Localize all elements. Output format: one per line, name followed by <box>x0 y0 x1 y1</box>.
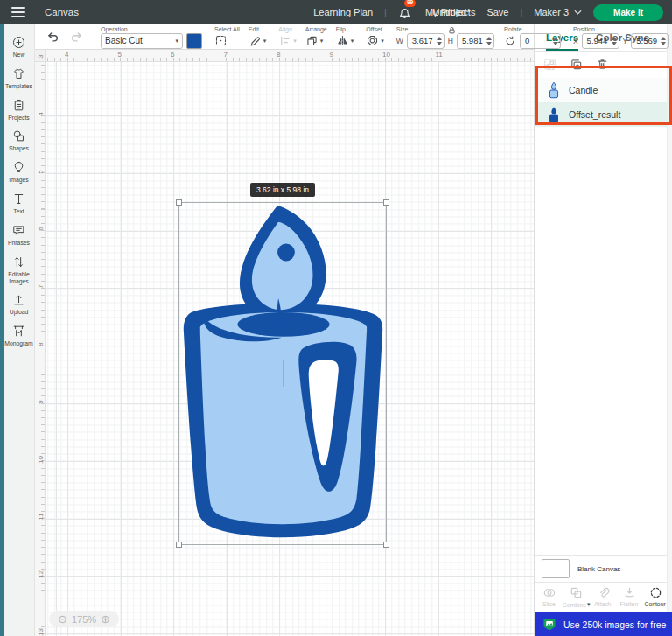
arrange-label: Arrange <box>305 26 327 33</box>
x-field[interactable]: 5.944 <box>582 33 620 49</box>
hamburger-menu-icon[interactable] <box>11 7 25 17</box>
sidebar-item-label: Upload <box>10 309 29 316</box>
layer-action-button[interactable] <box>596 58 609 73</box>
offset-button[interactable]: ▾ <box>366 34 384 47</box>
x-stepper[interactable] <box>612 37 617 45</box>
sidebar-item-icon <box>11 223 26 238</box>
layer-name: Offset_result <box>569 109 620 120</box>
bottom-action-icon <box>623 586 636 599</box>
sidebar-item[interactable]: Phrases <box>0 220 34 251</box>
y-field[interactable]: 5.569 <box>631 33 668 49</box>
rotate-field[interactable]: 0 <box>520 33 561 49</box>
rotate-stepper[interactable] <box>553 37 558 45</box>
sidebar-item-icon <box>11 129 26 143</box>
bottom-action-button[interactable]: Contour <box>642 586 668 608</box>
select-all-button[interactable] <box>214 34 228 47</box>
edit-button[interactable]: ▾ <box>248 34 267 47</box>
bottom-action-button[interactable]: Attach <box>591 586 617 608</box>
sidebar-item[interactable]: Editable Images <box>0 251 34 290</box>
selection-handle-bottom-right[interactable] <box>383 542 389 548</box>
color-swatch[interactable] <box>186 33 202 49</box>
redo-button[interactable] <box>70 30 84 44</box>
h-ruler-tick-label: 4 <box>65 51 68 59</box>
sidebar-item[interactable]: Shapes <box>0 125 34 157</box>
chevron-down-icon: ▾ <box>293 38 297 45</box>
bottom-action-button[interactable]: Flatten <box>616 586 642 608</box>
offset-octagon-icon <box>366 34 379 47</box>
sidebar-item[interactable]: Templates <box>0 63 34 94</box>
zoom-in-button[interactable]: ⊕ <box>101 613 110 625</box>
bottom-action-button[interactable]: Combine▾ <box>563 586 591 608</box>
make-it-button[interactable]: Make It <box>593 4 663 21</box>
align-button[interactable]: ▾ <box>278 34 297 47</box>
arrange-button[interactable]: ▾ <box>305 34 324 47</box>
canvas-stage[interactable]: 3.62 in x 5.98 in <box>46 62 534 636</box>
bottom-action-button[interactable]: Slice <box>536 586 563 608</box>
v-ruler-tick-label: 9 <box>37 396 45 407</box>
operation-select[interactable]: Basic Cut ▾ <box>101 33 183 49</box>
v-ruler-tick-label: 13 <box>37 627 45 636</box>
layer-action-button[interactable] <box>543 58 556 73</box>
left-sidebar: New Templates Projects Shapes Images Tex… <box>0 24 35 636</box>
width-field[interactable]: 3.617 <box>407 33 444 49</box>
width-stepper[interactable] <box>437 37 442 45</box>
redo-arrow-icon <box>70 30 84 44</box>
selection-handle-top-left[interactable] <box>176 199 182 206</box>
sidebar-item[interactable]: New <box>0 31 34 63</box>
layer-row[interactable]: Candle <box>535 78 672 102</box>
selection-handle-top-right[interactable] <box>383 199 389 206</box>
zoom-out-button[interactable]: ⊖ <box>58 613 67 625</box>
layer-row[interactable]: Offset_result <box>535 102 672 127</box>
flip-button[interactable]: ▾ <box>336 34 354 47</box>
bottom-action-label: Flatten <box>620 601 638 607</box>
v-ruler-tick-label: 11 <box>37 512 45 522</box>
align-group: Align ▾ <box>274 24 301 49</box>
undo-button[interactable] <box>46 30 60 44</box>
rotate-arrow-icon[interactable] <box>504 35 516 47</box>
learning-plan-link[interactable]: Learning Plan <box>313 7 373 17</box>
notifications-button[interactable]: 99 <box>398 4 414 20</box>
blank-canvas-label: Blank Canvas <box>578 565 620 573</box>
height-field[interactable]: 5.981 <box>457 33 494 49</box>
document-title[interactable]: Untitled* <box>432 7 470 17</box>
combine-actions-row: Slice Combine▾ Attach Flatten Contour <box>535 582 672 612</box>
h-ruler-tick-label: 10 <box>382 51 390 59</box>
center-column: Operation Basic Cut ▾ Select All <box>35 24 534 636</box>
layer-action-icon <box>543 58 556 71</box>
images-promo-banner[interactable]: Use 250k images for free <box>535 612 672 636</box>
y-stepper[interactable] <box>661 37 666 45</box>
sidebar-item[interactable]: Upload <box>0 289 34 320</box>
height-stepper[interactable] <box>486 37 492 45</box>
sidebar-item[interactable]: Monogram <box>0 320 34 352</box>
v-ruler-tick-label: 5 <box>37 166 45 177</box>
bottom-action-icon <box>649 586 662 599</box>
chevron-down-icon <box>574 10 582 15</box>
x-value: 5.944 <box>587 36 609 45</box>
layer-action-icon <box>596 58 609 71</box>
sidebar-item-icon <box>11 35 26 50</box>
select-all-label: Select All <box>214 26 240 33</box>
rotate-group: Rotate 0 <box>500 24 565 49</box>
selection-bounding-box[interactable]: 3.62 in x 5.98 in <box>178 202 387 545</box>
blank-canvas-row: Blank Canvas <box>535 555 672 582</box>
sidebar-item[interactable]: Text <box>0 188 34 220</box>
machine-selector[interactable]: Maker 3 <box>534 7 582 17</box>
topbar: Canvas Untitled* Learning Plan | 99 My P… <box>0 0 672 24</box>
blank-canvas-swatch[interactable] <box>542 559 570 578</box>
h-ruler-tick-label: 8 <box>276 51 280 59</box>
save-button[interactable]: Save <box>486 7 508 17</box>
layer-action-button[interactable] <box>570 58 583 73</box>
selection-handle-bottom-left[interactable] <box>176 542 182 548</box>
undo-arrow-icon <box>46 30 60 44</box>
selection-center-crosshair <box>270 360 296 387</box>
sidebar-item-label: New <box>13 52 25 59</box>
align-label: Align <box>278 26 297 33</box>
operation-group: Operation Basic Cut ▾ <box>96 24 206 49</box>
bottom-action-label: Contour <box>645 601 666 607</box>
sidebar-item[interactable]: Projects <box>0 94 34 126</box>
banner-text: Use 250k images for free <box>564 619 666 630</box>
machine-name: Maker 3 <box>534 7 569 17</box>
sidebar-item[interactable]: Images <box>0 157 34 188</box>
lock-icon[interactable] <box>448 25 456 36</box>
edit-group: Edit ▾ <box>244 24 271 49</box>
